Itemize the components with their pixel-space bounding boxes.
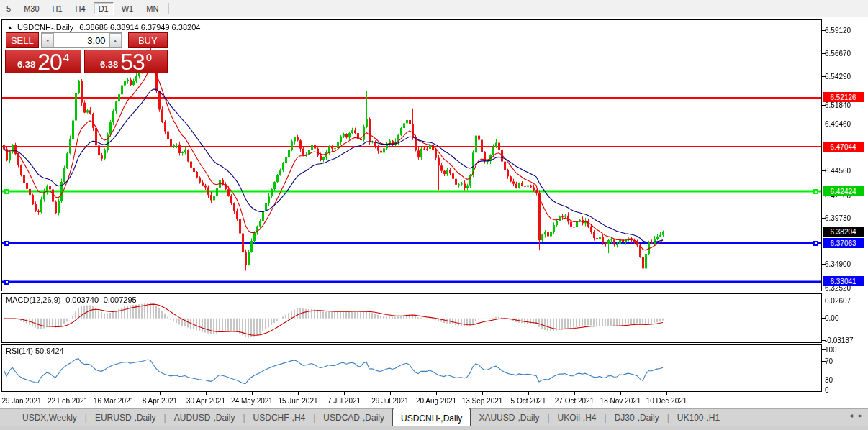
- sell-price-sup: 4: [63, 51, 69, 63]
- chart-ohlc-values: 6.38686 6.38914 6.37949 6.38204: [79, 23, 200, 32]
- triangle-down-icon: ▼: [45, 38, 50, 43]
- rsi-tick-label: 30: [825, 376, 833, 384]
- buy-price-sup: 0: [146, 51, 152, 63]
- buy-button[interactable]: BUY: [128, 32, 168, 48]
- timeframe-button-H1[interactable]: H1: [48, 2, 68, 15]
- rsi-indicator-label: RSI(14) 50.9424: [6, 347, 64, 355]
- price-badge-6.42424: 6.42424: [823, 186, 864, 196]
- rsi-tick-label: 0: [825, 386, 829, 394]
- date-label: 20 Aug 2021: [416, 397, 456, 405]
- price-badge-6.37063: 6.37063: [823, 238, 864, 248]
- trading-platform-window: 5M30H1H4D1W1MN ▲USDCNH-,Daily6.38686 6.3…: [0, 0, 868, 430]
- date-label: 29 Jan 2021: [1, 397, 41, 405]
- triangle-up-icon: ▲: [113, 38, 118, 43]
- macd-values: -0.003740 -0.007295: [63, 296, 136, 304]
- price-tick-label: 6.54290: [825, 73, 851, 81]
- chart-title: ▲USDCNH-,Daily6.38686 6.38914 6.37949 6.…: [7, 23, 200, 32]
- price-badge-6.33041: 6.33041: [823, 276, 864, 286]
- rsi-name: RSI(14): [6, 347, 33, 355]
- macd-name: MACD(12,26,9): [6, 296, 60, 304]
- price-tick-label: 6.39730: [825, 214, 851, 222]
- tab-uk100-h1[interactable]: UK100-,H1: [669, 409, 728, 426]
- symbol-tab-bar: USDX,Weekly|EURUSD-,Daily|AUDUSD-,Daily|…: [0, 408, 868, 426]
- date-label: 18 Nov 2021: [600, 397, 641, 405]
- rsi-value: 50.9424: [35, 347, 64, 355]
- price-tick-label: 6.59120: [825, 27, 851, 35]
- price-tick-label: 6.49460: [825, 120, 851, 128]
- macd-tick-label: 0.02607: [825, 297, 851, 305]
- date-label: 16 Mar 2021: [94, 397, 134, 405]
- tab-ukoil-h4[interactable]: UKOil-,H4: [550, 409, 605, 426]
- price-tick-label: 6.34900: [825, 260, 851, 268]
- rsi-tick-label: 100: [825, 346, 837, 354]
- chart-symbol-period: USDCNH-,Daily: [17, 23, 73, 32]
- timeframe-button-5[interactable]: 5: [1, 2, 16, 15]
- timeframe-button-H4[interactable]: H4: [71, 2, 91, 15]
- buy-price-box[interactable]: 6.38 53 0: [84, 50, 168, 73]
- tab-usdcad-daily[interactable]: USDCAD-,Daily: [315, 409, 392, 426]
- tab-scroll-left-button[interactable]: ◂: [849, 411, 853, 419]
- price-tick-label: 6.44560: [825, 167, 851, 175]
- timeframe-toolbar: 5M30H1H4D1W1MN: [0, 0, 868, 17]
- buy-price-big: 53: [120, 51, 145, 73]
- date-label: 10 Dec 2021: [646, 397, 687, 405]
- macd-tick-label: -0.03187: [825, 337, 853, 344]
- tab-audusd-daily[interactable]: AUDUSD-,Daily: [166, 409, 243, 426]
- price-badge-6.47044: 6.47044: [823, 142, 864, 152]
- collapse-triangle-icon[interactable]: ▲: [7, 24, 13, 31]
- price-tick-label: 6.56670: [825, 50, 851, 58]
- price-badge-6.38204: 6.38204: [823, 227, 864, 237]
- tab-usdcnh-daily[interactable]: USDCNH-,Daily: [392, 408, 471, 426]
- toolbar-separator: [168, 3, 169, 14]
- date-label: 13 Sep 2021: [462, 397, 503, 405]
- date-label: 27 Oct 2021: [555, 397, 594, 405]
- date-label: 30 Apr 2021: [186, 397, 225, 405]
- tab-scroll-right-button[interactable]: ▸: [859, 411, 862, 419]
- sell-price-box[interactable]: 6.38 20 4: [5, 50, 81, 73]
- volume-decrease-button[interactable]: ▼: [42, 33, 54, 47]
- date-label: 15 Jun 2021: [278, 397, 317, 405]
- sell-button[interactable]: SELL: [6, 32, 39, 48]
- timeframe-button-MN[interactable]: MN: [141, 2, 163, 15]
- date-label: 7 Jul 2021: [327, 397, 361, 405]
- date-label: 8 Apr 2021: [143, 397, 177, 405]
- macd-indicator-label: MACD(12,26,9) -0.003740 -0.007295: [6, 296, 137, 304]
- date-label: 29 Jul 2021: [371, 397, 409, 405]
- macd-tick-label: 0.00: [825, 314, 838, 322]
- price-tick-label: 6.51840: [825, 101, 851, 109]
- volume-spinner: ▼ ▲: [41, 32, 122, 48]
- volume-input[interactable]: [54, 33, 109, 47]
- tab-usdchf-h4[interactable]: USDCHF-,H4: [245, 409, 314, 426]
- tab-xauusd-daily[interactable]: XAUUSD-,Daily: [471, 409, 547, 426]
- one-click-trading-panel: SELL ▼ ▲ BUY 6.38 20 4 6.38 53 0: [5, 32, 168, 73]
- date-label: 5 Oct 2021: [511, 397, 546, 405]
- date-label: 22 Feb 2021: [48, 397, 88, 405]
- volume-increase-button[interactable]: ▲: [109, 33, 122, 47]
- sell-price-big: 20: [37, 51, 62, 73]
- timeframe-button-D1[interactable]: D1: [94, 2, 114, 15]
- buy-price-prefix: 6.38: [100, 59, 118, 70]
- timeframe-button-M30[interactable]: M30: [19, 2, 44, 15]
- timeframe-button-W1[interactable]: W1: [117, 2, 139, 15]
- tab-eurusd-daily[interactable]: EURUSD-,Daily: [87, 409, 164, 426]
- price-badge-6.52126: 6.52126: [823, 92, 864, 102]
- tab-usdx-weekly[interactable]: USDX,Weekly: [14, 409, 85, 426]
- tab-scroll-arrows: ◂ ▸: [849, 411, 862, 419]
- sell-price-prefix: 6.38: [17, 59, 35, 70]
- date-label: 24 May 2021: [231, 397, 273, 405]
- tab-dj30-daily[interactable]: DJ30-,Daily: [607, 409, 667, 426]
- rsi-tick-label: 70: [825, 357, 833, 365]
